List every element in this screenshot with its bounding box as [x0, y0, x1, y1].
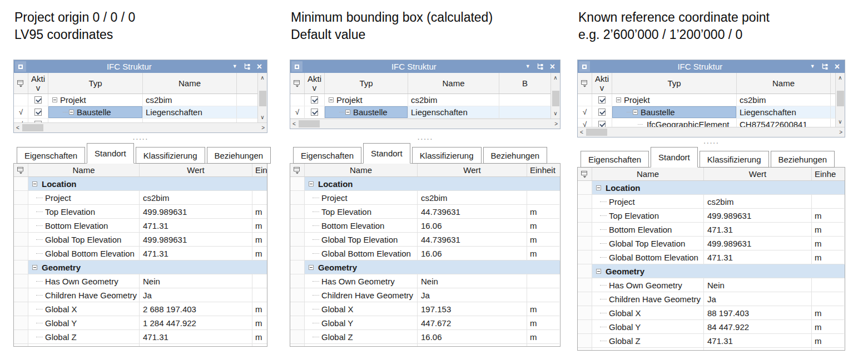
property-row[interactable]: Global X2 688 197.403m [14, 302, 267, 316]
close-icon[interactable]: × [550, 63, 555, 71]
property-row[interactable]: Children Have GeometryJa [578, 292, 845, 306]
tree-cell-typ[interactable]: Projekt [612, 94, 737, 106]
field-chooser-button[interactable] [578, 168, 592, 180]
scroll-down-icon[interactable]: ∨ [838, 118, 842, 126]
property-row[interactable]: Global Bottom Elevation16.06m [290, 247, 560, 260]
field-chooser-button[interactable] [578, 73, 592, 94]
tree-cell-typ[interactable]: Baustelle [325, 106, 408, 118]
expand-collapse-icon[interactable] [69, 110, 74, 115]
expand-collapse-icon[interactable] [633, 110, 638, 115]
chevron-down-icon[interactable]: ▼ [810, 64, 815, 69]
property-row[interactable]: Children Have GeometryJa [14, 288, 267, 302]
property-row[interactable]: Global Bottom Elevation471.31m [14, 247, 267, 260]
tree-cell-typ[interactable]: Baustelle [48, 106, 143, 118]
expand-collapse-icon[interactable] [616, 97, 621, 102]
scrollbar-thumb[interactable] [586, 129, 607, 136]
scrollbar-thumb[interactable] [837, 91, 844, 106]
property-value-cell[interactable]: Ja [140, 288, 252, 302]
property-value-cell[interactable]: 88 197.403 [704, 306, 812, 320]
tree-cell-typ[interactable]: Projekt [48, 94, 143, 106]
property-row[interactable]: Global Top Elevation499.989631m [578, 237, 845, 250]
property-row[interactable]: Global X88 197.403m [578, 306, 845, 320]
scrollbar-thumb[interactable] [22, 124, 43, 131]
scroll-right-icon[interactable]: > [839, 129, 842, 136]
chevron-down-icon[interactable]: ▼ [232, 64, 237, 69]
property-value-cell[interactable]: 16.06 [418, 330, 527, 344]
grid-column-einheit[interactable]: Ein [252, 164, 267, 176]
tree-cell-typ[interactable] [48, 119, 143, 122]
property-row[interactable]: Top Elevation44.739631m [290, 205, 560, 219]
scroll-down-icon[interactable]: ∨ [553, 110, 557, 117]
tab-standort[interactable]: Standort [87, 143, 134, 164]
group-header-cell[interactable]: Location [305, 177, 560, 191]
property-value-cell[interactable]: 44.739631 [418, 205, 527, 219]
property-row[interactable]: Bottom Elevation471.31m [14, 219, 267, 233]
tree-row[interactable]: Projektcs2bim [14, 94, 257, 106]
property-value-cell[interactable]: 16.06 [418, 247, 527, 260]
property-value-cell[interactable]: 471.31 [704, 334, 812, 348]
tab-beziehungen[interactable]: Beziehungen [207, 147, 271, 164]
grid-column-name[interactable]: Name [28, 164, 140, 176]
expand-collapse-icon[interactable] [32, 181, 37, 186]
grid-column-name[interactable]: Name [305, 164, 418, 176]
splitter-handle[interactable]: ····· [577, 140, 845, 145]
expand-collapse-icon[interactable] [596, 185, 601, 190]
group-header-cell[interactable]: Geometry [592, 264, 845, 278]
tree-row[interactable]: Projektcs2bim [290, 94, 550, 106]
property-value-cell[interactable]: Ja [704, 292, 812, 306]
active-checkbox[interactable] [34, 121, 42, 122]
grid-column-wert[interactable]: Wert [418, 164, 527, 176]
window-titlebar[interactable]: IFC Struktur ▼ × [578, 60, 845, 73]
property-value-cell[interactable]: cs2bim [418, 191, 527, 205]
property-value-cell[interactable]: 471.31 [704, 250, 812, 264]
property-row[interactable]: Global Z16.06m [290, 330, 560, 344]
close-icon[interactable]: × [257, 63, 262, 71]
tree-structure-icon[interactable] [244, 62, 251, 72]
tab-eigenschaften[interactable]: Eigenschaften [581, 151, 649, 168]
tab-beziehungen[interactable]: Beziehungen [771, 151, 835, 168]
tree-cell-typ[interactable]: Baustelle [612, 106, 737, 118]
property-row[interactable]: Top Elevation499.989631m [14, 205, 267, 219]
field-chooser-button[interactable] [290, 73, 305, 94]
group-row[interactable]: Geometry [578, 264, 845, 278]
grid-column-einheit[interactable]: Einheit [527, 164, 559, 176]
property-row[interactable]: Projectcs2bim [14, 191, 267, 205]
tab-beziehungen[interactable]: Beziehungen [483, 147, 548, 164]
property-row[interactable]: Global Y1 284 447.922m [14, 316, 267, 330]
scroll-up-icon[interactable]: ∧ [260, 74, 264, 82]
field-chooser-button[interactable] [14, 73, 28, 94]
tab-klassifizierung[interactable]: Klassifizierung [412, 147, 482, 164]
property-value-cell[interactable]: 2 688 197.403 [140, 302, 252, 316]
tree-horizontal-scrollbar[interactable]: < > [578, 127, 845, 137]
expand-collapse-icon[interactable] [345, 110, 350, 115]
scroll-right-icon[interactable]: > [261, 124, 265, 132]
splitter-handle[interactable]: ····· [13, 136, 267, 141]
tree-row[interactable]: √BaustelleLiegenschaften [14, 106, 257, 119]
property-row[interactable]: Global Y447.672m [290, 316, 560, 330]
grid-column-wert[interactable]: Wert [140, 164, 252, 176]
tree-row[interactable]: √IfcGeographicElementCH875472600841 [578, 119, 835, 127]
property-value-cell[interactable]: Nein [704, 278, 812, 292]
property-value-cell[interactable]: 84 447.922 [704, 320, 812, 334]
property-value-cell[interactable]: 44.739631 [418, 233, 527, 247]
window-menu-button[interactable] [579, 61, 590, 72]
property-value-cell[interactable]: 499.989631 [704, 237, 812, 250]
expand-collapse-icon[interactable] [596, 269, 601, 274]
tree-row[interactable]: √BaustelleLiegenschaften [578, 106, 835, 119]
property-row[interactable]: Global Bottom Elevation471.31m [578, 250, 845, 264]
property-value-cell[interactable]: 447.672 [418, 316, 527, 330]
tree-column-extra[interactable] [237, 73, 257, 94]
property-value-cell[interactable]: 16.06 [418, 219, 527, 233]
active-checkbox[interactable] [311, 109, 318, 116]
property-value-cell[interactable]: Nein [140, 274, 252, 288]
tree-column-name[interactable]: Name [737, 73, 831, 94]
group-row[interactable]: Location [14, 177, 267, 191]
tree-column-aktiv[interactable]: Akti v [305, 73, 325, 94]
active-checkbox[interactable] [598, 121, 606, 127]
group-header-cell[interactable]: Location [592, 181, 845, 195]
tab-klassifizierung[interactable]: Klassifizierung [700, 151, 769, 168]
tree-row[interactable]: √BaustelleLiegenschaften [290, 106, 550, 119]
scroll-down-icon[interactable]: ∨ [260, 114, 264, 121]
property-row[interactable]: Global Z471.31m [578, 334, 845, 348]
active-checkbox[interactable] [598, 96, 606, 104]
